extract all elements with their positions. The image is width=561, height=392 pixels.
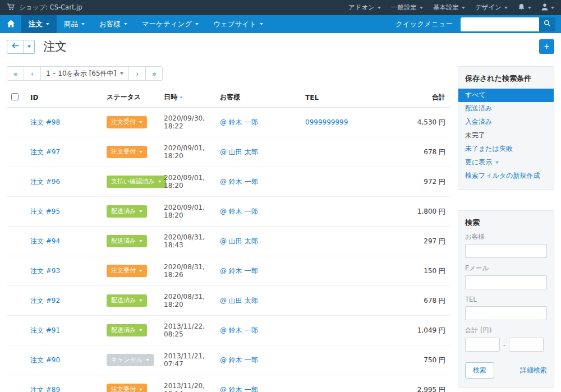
nav-item-label: ウェブサイト (213, 20, 256, 29)
order-status-badge[interactable]: 配送済み (107, 324, 147, 336)
quick-menu-link[interactable]: クイックメニュー (396, 20, 453, 29)
topbar-menu-general-settings[interactable]: 一般設定 (391, 3, 423, 12)
back-dropdown-button[interactable] (24, 40, 35, 54)
header-tel[interactable]: TEL (301, 87, 384, 108)
order-datetime: 2020/08/31, 18:43 (164, 233, 205, 249)
order-id-link[interactable]: 注文 #96 (30, 178, 60, 186)
order-datetime: 2020/08/31, 18:20 (164, 293, 205, 308)
header-datetime[interactable]: 日時 (159, 87, 215, 108)
order-customer-link[interactable]: @ 鈴木 一郎 (220, 386, 258, 392)
nav-item-website[interactable]: ウェブサイト (206, 15, 270, 33)
customer-search-input[interactable] (465, 244, 547, 258)
nav-item-products[interactable]: 商品 (57, 15, 92, 33)
total-min-input[interactable] (465, 338, 500, 352)
order-customer-link[interactable]: @ 山田 太郎 (220, 297, 258, 305)
saved-search-item[interactable]: 検索フィルタの新規作成 (458, 169, 554, 183)
order-customer-link[interactable]: @ 鈴木 一郎 (220, 118, 258, 126)
row-checkbox-cell (7, 227, 26, 256)
order-status-badge[interactable]: 配送済み (107, 294, 147, 307)
saved-search-item[interactable]: 更に表示 (458, 156, 554, 169)
add-order-button[interactable]: + (539, 39, 554, 54)
order-datetime: 2020/08/31, 18:26 (164, 263, 205, 279)
topbar-menu-addons[interactable]: アドオン (348, 3, 381, 12)
order-status-badge[interactable]: 配送済み (107, 205, 147, 218)
back-button[interactable] (7, 40, 24, 54)
pagination-last-button[interactable]: » (145, 66, 163, 81)
total-max-input[interactable] (509, 338, 544, 352)
row-checkbox-cell (7, 286, 26, 316)
topbar-menu-design[interactable]: デザイン (475, 3, 508, 12)
header-status[interactable]: ステータス (102, 87, 159, 108)
pagination-range-dropdown[interactable]: 1 – 10を表示 [65件中] (40, 66, 129, 81)
order-customer-link[interactable]: @ 鈴木 一郎 (220, 178, 258, 186)
page-header: 注文 + (0, 33, 561, 59)
order-status-badge[interactable]: 配送済み (107, 235, 147, 247)
search-button[interactable]: 検索 (465, 362, 494, 379)
shop-selector[interactable]: ショップ: CS-Cart.jp (7, 3, 82, 12)
order-id-link[interactable]: 注文 #97 (30, 148, 60, 156)
order-status-badge[interactable]: 注文受付 (107, 265, 147, 277)
order-id-link[interactable]: 注文 #93 (30, 267, 60, 275)
pagination-first-button[interactable]: « (7, 66, 24, 81)
search-actions: 検索 詳細検索 (458, 358, 554, 387)
saved-search-item[interactable]: 未了または失敗 (458, 142, 554, 156)
select-all-checkbox[interactable] (11, 93, 19, 100)
nav-item-orders[interactable]: 注文 (21, 15, 57, 33)
order-id-link[interactable]: 注文 #90 (30, 356, 60, 364)
order-customer-link[interactable]: @ 鈴木 一郎 (220, 267, 258, 275)
saved-search-item[interactable]: 配送済み (458, 102, 554, 116)
order-id-link[interactable]: 注文 #89 (30, 386, 60, 392)
order-id-link[interactable]: 注文 #92 (30, 297, 60, 305)
order-customer-link[interactable]: @ 鈴木 一郎 (220, 326, 258, 334)
row-checkbox-cell (7, 316, 26, 345)
advanced-search-link[interactable]: 詳細検索 (520, 366, 547, 375)
chevron-down-icon (551, 7, 554, 9)
order-status-label: 注文受付 (111, 385, 136, 392)
order-tel-link[interactable]: 0999999999 (305, 118, 348, 126)
global-search-input[interactable] (461, 17, 539, 31)
tel-search-field: TEL (458, 296, 554, 320)
header-customer[interactable]: お客様 (215, 87, 301, 108)
header-total[interactable]: 合計 (384, 87, 450, 108)
order-customer-link[interactable]: @ 山田 太郎 (220, 148, 258, 156)
user-account-menu[interactable] (541, 3, 554, 12)
order-customer-link[interactable]: @ 鈴木 一郎 (220, 356, 258, 364)
order-status-badge[interactable]: キャンセル (107, 354, 154, 366)
order-status-badge[interactable]: 注文受付 (107, 384, 147, 392)
order-id-link[interactable]: 注文 #91 (30, 326, 60, 334)
topbar-menus: アドオン 一般設定 基本設定 デザイン (348, 3, 554, 12)
order-customer-link[interactable]: @ 山田 太郎 (220, 237, 258, 245)
row-checkbox-cell (7, 197, 26, 227)
pagination-range-label: 1 – 10を表示 [65件中] (46, 69, 116, 79)
header-id[interactable]: ID (26, 87, 102, 108)
order-id-link[interactable]: 注文 #98 (30, 118, 60, 126)
saved-search-item[interactable]: 入金済み (458, 116, 554, 129)
tel-search-input[interactable] (465, 306, 547, 320)
order-customer-link[interactable]: @ 鈴木 一郎 (220, 207, 258, 215)
topbar-menu-basic-settings[interactable]: 基本設定 (433, 3, 465, 12)
chevron-down-icon (139, 121, 142, 123)
email-search-input[interactable] (465, 275, 547, 289)
saved-search-list: すべて 配送済み 入金済み 未完了 未了または失敗 更に表示 検索フィルタの新規… (458, 89, 554, 190)
pagination-next-button[interactable]: › (128, 66, 146, 81)
chevron-down-icon (528, 7, 531, 9)
customer-search-field: お客様 (458, 233, 554, 258)
order-datetime: 2020/09/01, 18:20 (164, 174, 205, 190)
home-button[interactable] (0, 15, 21, 33)
order-id-link[interactable]: 注文 #95 (30, 207, 60, 215)
global-search-button[interactable] (539, 17, 555, 31)
order-status-badge[interactable]: 注文受付 (107, 146, 147, 158)
saved-search-item[interactable]: すべて (458, 89, 554, 102)
row-checkbox-cell (7, 167, 26, 197)
notifications-menu[interactable] (518, 3, 531, 12)
order-id-link[interactable]: 注文 #94 (30, 237, 60, 245)
order-status-badge[interactable]: 支払い確認済み (107, 176, 166, 188)
nav-item-customers[interactable]: お客様 (92, 15, 135, 33)
order-status-badge[interactable]: 注文受付 (107, 116, 147, 128)
chevron-down-icon (139, 299, 142, 302)
saved-search-item[interactable]: 未完了 (458, 129, 554, 142)
order-total: 750 円 (384, 345, 450, 375)
nav-item-marketing[interactable]: マーケティング (135, 15, 206, 33)
header-datetime-label: 日時 (164, 93, 177, 101)
pagination-prev-button[interactable]: ‹ (24, 66, 41, 81)
